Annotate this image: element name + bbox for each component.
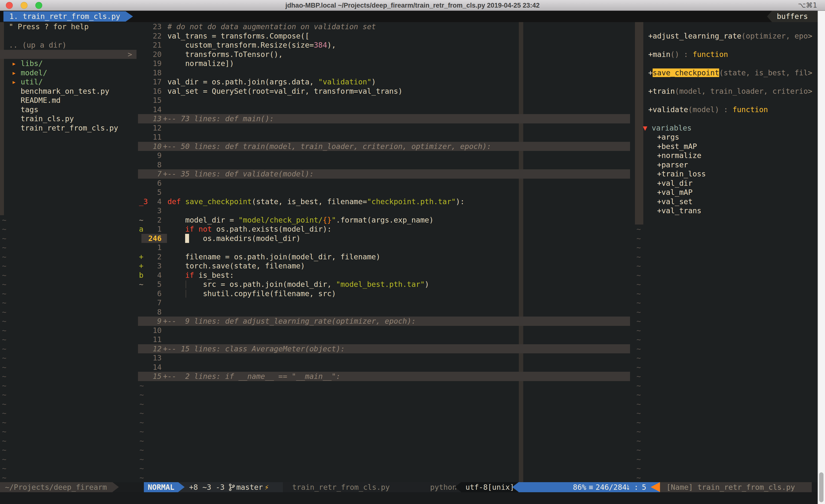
code-line[interactable]: 18 xyxy=(138,68,632,78)
tag-item[interactable]: +main() : function xyxy=(648,50,818,59)
fold-line[interactable]: 13+-- 73 lines: def main(): xyxy=(138,114,632,123)
fold-line[interactable]: 15+-- 2 lines: if __name__ == "__main__"… xyxy=(138,372,632,381)
tag-item[interactable]: +args xyxy=(657,133,818,142)
code-line[interactable]: 21 custom_transform.Resize(size=384), xyxy=(138,40,632,50)
tree-item[interactable]: README.md xyxy=(21,96,137,105)
sign-chg-icon: ~ xyxy=(139,280,143,289)
tag-item[interactable]: +best_mAP xyxy=(657,142,818,151)
code-line[interactable]: 5 xyxy=(138,188,632,197)
nt-arrow-token: ▸ xyxy=(12,78,21,86)
code-line[interactable]: 1 xyxy=(138,243,632,252)
code-line[interactable]: 6 xyxy=(138,179,632,188)
tag-item[interactable]: +val_mAP xyxy=(657,188,818,197)
tag-name-token: + xyxy=(648,69,653,77)
code-text: val_trans = transforms.Compose([ xyxy=(167,31,309,41)
empty-line-tilde: ~ xyxy=(140,436,144,445)
code-line[interactable]: 6 shutil.copyfile(filename, src) xyxy=(138,289,632,299)
line-number: 16 xyxy=(142,87,162,96)
code-line[interactable]: 7 xyxy=(138,298,632,308)
tag-item[interactable]: +normalize xyxy=(657,151,818,160)
fold-line[interactable]: 10+-- 50 lines: def train(model, train_l… xyxy=(138,142,632,151)
window-separator-right[interactable] xyxy=(633,22,634,482)
line-number: 5 xyxy=(142,188,162,197)
fold-line[interactable]: 9+-- 9 lines: def adjust_learning_rate(o… xyxy=(138,317,632,326)
code-line[interactable]: 13 xyxy=(138,353,632,363)
line-number: 14 xyxy=(142,105,162,114)
tree-item[interactable]: tags xyxy=(21,105,137,114)
fold-text: +-- 9 lines: def adjust_learning_rate(op… xyxy=(163,317,416,326)
tag-item[interactable]: +validate(model) : function xyxy=(648,105,818,114)
empty-line-tilde: ~ xyxy=(636,234,641,243)
code-text: if is_best: xyxy=(167,271,234,280)
tag-item[interactable]: +val_set xyxy=(657,197,818,206)
tag-secicon-token: ▼ xyxy=(643,124,652,132)
code-line[interactable]: 19 normalize]) xyxy=(138,59,632,68)
scrollbar-thumb[interactable] xyxy=(819,472,824,502)
code-line[interactable]: 4_3def save_checkpoint(state, is_best, f… xyxy=(138,197,632,206)
tree-item[interactable]: train_cls.py xyxy=(21,114,137,123)
code-line[interactable]: 2+ filename = os.path.join(model_dir, fi… xyxy=(138,252,632,262)
tag-item[interactable]: +train_loss xyxy=(657,169,818,179)
line-number: 6 xyxy=(142,289,162,299)
code-line[interactable]: 23# do not do data augmentation on valid… xyxy=(138,22,632,31)
tag-sec-token: variables xyxy=(652,124,692,132)
code-line[interactable]: 8 xyxy=(138,308,632,317)
code-line[interactable]: 20 transforms.ToTensor(), xyxy=(138,50,632,59)
code-line[interactable]: 10 xyxy=(138,326,632,335)
window-separator-left[interactable] xyxy=(137,22,138,482)
tag-item[interactable]: +val_trans xyxy=(657,206,818,216)
tag-item[interactable]: +train(model, train_loader, criterio> xyxy=(648,87,818,96)
line-number: 13 xyxy=(142,114,162,123)
fold-line[interactable]: 12+-- 15 lines: class AverageMeter(objec… xyxy=(138,344,632,354)
tag-item[interactable]: +save_checkpoint(state, is_best, fil> xyxy=(648,68,818,78)
scrollbar[interactable] xyxy=(818,11,825,504)
empty-line-tilde: ~ xyxy=(636,390,641,400)
fold-line[interactable]: 7+-- 35 lines: def validate(model): xyxy=(138,169,632,179)
code-line[interactable]: 2~ model_dir = "model/check_point/{}".fo… xyxy=(138,216,632,225)
tree-item[interactable]: ▸ util/ xyxy=(12,77,137,87)
code-line[interactable]: 14 xyxy=(138,105,632,114)
code-line[interactable]: 1a if not os.path.exists(model_dir): xyxy=(138,225,632,234)
code-line[interactable]: 16val_set = QuerySet(root=val_dir, trans… xyxy=(138,87,632,96)
tag-name-token: +val_mAP xyxy=(657,188,693,196)
line-number: 9 xyxy=(142,151,162,160)
code-line[interactable]: 5~ src = os.path.join(model_dir, "model_… xyxy=(138,280,632,289)
code-line[interactable]: 9 xyxy=(138,151,632,160)
code-line[interactable]: 12 xyxy=(138,123,632,133)
code-line[interactable]: 22val_trans = transforms.Compose([ xyxy=(138,31,632,41)
code-editor[interactable]: 23# do not do data augmentation on valid… xyxy=(138,22,632,482)
txt-token: filename = os.path.join(model_dir, filen… xyxy=(167,252,380,261)
tag-item[interactable]: +val_dir xyxy=(657,179,818,188)
empty-line-tilde: ~ xyxy=(140,427,144,436)
code-line[interactable]: 4b if is_best: xyxy=(138,271,632,280)
tag-item[interactable]: ▼ variables xyxy=(643,123,818,133)
tree-item[interactable]: " Press ? for help xyxy=(9,22,137,31)
empty-line-tilde: ~ xyxy=(636,261,641,271)
tree-item[interactable]: .. (up a dir) xyxy=(9,40,137,50)
code-line[interactable]: 14 xyxy=(138,363,632,372)
code-line[interactable]: 17val_dir = os.path.join(args.data, "val… xyxy=(138,77,632,87)
tree-item[interactable]: ▸ libs/ xyxy=(12,59,137,68)
txt-token xyxy=(167,271,185,279)
tag-item[interactable]: +parser xyxy=(657,160,818,170)
tree-item[interactable]: train_retr_from_cls.py xyxy=(21,123,137,133)
code-line[interactable]: 15 xyxy=(138,96,632,105)
tag-item[interactable]: +adjust_learning_rate(optimizer, epo> xyxy=(648,31,818,41)
code-line[interactable]: 11 xyxy=(138,335,632,344)
fold-text: +-- 2 lines: if __name__ == "__main__": xyxy=(163,372,340,381)
tag-trunc-token: > xyxy=(808,32,812,40)
tree-item[interactable]: ▸ model/ xyxy=(12,68,137,78)
truncation-marker: > xyxy=(128,50,132,59)
empty-line-tilde: ~ xyxy=(2,261,6,271)
code-line[interactable]: 3+ torch.save(state, filename) xyxy=(138,261,632,271)
command-line[interactable] xyxy=(0,492,818,504)
code-line[interactable]: 246 os.makedirs(model_dir) xyxy=(138,234,632,243)
git-branch-name: master xyxy=(236,482,263,492)
tree-item[interactable]: </jdhao/Projects/deep_firear> xyxy=(9,50,137,59)
code-line[interactable]: 8 xyxy=(138,160,632,170)
code-line[interactable]: 11 xyxy=(138,133,632,142)
code-line[interactable]: 3 xyxy=(138,206,632,216)
tab-train-retr-from-cls[interactable]: 1. train_retr_from_cls.py xyxy=(3,11,133,22)
tree-item[interactable]: benchmark_on_test.py xyxy=(21,87,137,96)
line-number: 3 xyxy=(142,261,162,271)
